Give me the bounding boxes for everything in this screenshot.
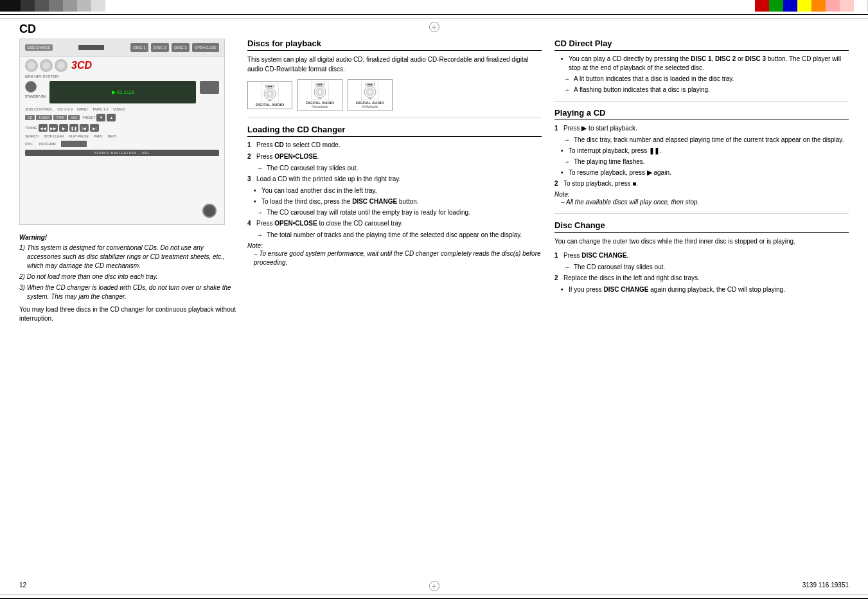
cd-logo-3: COMPACT disc DIGITAL AUDIO ReWritable xyxy=(348,79,393,111)
preset-minus-btn[interactable]: ▼ xyxy=(96,114,105,121)
loading-bullet-2-text: To load the third disc, press the DISC C… xyxy=(261,197,419,206)
bullet-sym-1: • xyxy=(254,186,259,195)
direct-play-arrow-1: → A lit button indicates that a disc is … xyxy=(563,75,849,84)
playing-a-cd-section: Playing a CD 1 Press ▶ to start playback… xyxy=(554,108,849,207)
disc3-btn[interactable]: DISC 3 xyxy=(172,43,190,52)
bar-spacer xyxy=(141,0,755,12)
rew-btn[interactable]: ◀◀ xyxy=(39,124,48,132)
bar-seg-r8 xyxy=(854,0,868,12)
bar-seg-r1 xyxy=(755,0,769,12)
playing-bullet-1: • To interrupt playback, press ❚❚. xyxy=(561,147,849,155)
step-content-1: Press CD to select CD mode. xyxy=(256,141,542,150)
step-content-3: Load a CD with the printed side up in th… xyxy=(256,175,542,184)
disc-change-btn[interactable]: DISC CHANGE xyxy=(25,44,53,51)
top-color-bar xyxy=(0,0,868,12)
discs-for-playback-section: Discs for playback This system can play … xyxy=(247,39,542,111)
right-icons xyxy=(200,81,219,103)
disc-change-arrow-sym-1: → xyxy=(563,263,571,272)
skip-back-btn[interactable]: |◀ xyxy=(80,124,89,132)
play-btn[interactable]: ▶ xyxy=(59,124,68,132)
disc-change-step-2: 2 Replace the discs in the left and righ… xyxy=(554,274,849,283)
preset-plus-btn[interactable]: ▲ xyxy=(107,114,116,121)
loading-bullet-1: • You can load another disc in the left … xyxy=(254,186,542,195)
disc-slot xyxy=(78,45,104,50)
cd-direct-play-section: CD Direct Play • You can play a CD direc… xyxy=(554,39,849,94)
bar-seg-2 xyxy=(21,0,35,12)
pause-btn[interactable]: ❚❚ xyxy=(69,124,78,132)
cd-mode-btn[interactable]: CD xyxy=(25,115,35,120)
open-close-btn[interactable]: OPEN•CLOSE xyxy=(192,43,219,52)
loading-bullet-2: • To load the third disc, press the DISC… xyxy=(254,197,542,206)
search-label: SEARCH xyxy=(25,134,39,138)
main-content: CD DISC CHANGE DISC 1 DISC 2 DISC 3 OPEN… xyxy=(19,22,849,591)
warning-section: Warning! 1) This system is designed for … xyxy=(19,230,238,323)
band-label: BAND xyxy=(77,107,88,111)
next-label: NEXT xyxy=(107,134,116,138)
loading-arrow-3-text: The total number of tracks and the playi… xyxy=(267,231,522,240)
bar-seg-r6 xyxy=(826,0,840,12)
playing-note-title: Note: xyxy=(554,191,849,198)
bar-seg-4 xyxy=(49,0,63,12)
display-text: ▶ 01 1:23 xyxy=(112,89,134,95)
direct-arrow-sym-2: → xyxy=(563,85,571,94)
mode-btns: CD TUNER TAPE AUX xyxy=(25,115,80,120)
volume-knob[interactable] xyxy=(202,204,217,218)
disc-change-bullet-1: • If you press DISC CHANGE again during … xyxy=(561,285,849,294)
tuner-row: JOG CONTROL CD 1·2·3 BAND TAPE 1·2 VIDEO xyxy=(20,106,224,112)
bottom-bar-spacer xyxy=(0,601,868,613)
bar-seg-3 xyxy=(35,0,49,12)
playing-arrow-1: → The disc tray, track number and elapse… xyxy=(563,136,849,145)
tape-mode-btn[interactable]: TAPE xyxy=(53,115,67,120)
bar-seg-5 xyxy=(63,0,77,12)
preset-group: PRESET ▼ ▲ xyxy=(82,114,116,121)
ff-btn[interactable]: ▶▶ xyxy=(49,124,58,132)
right-content: Discs for playback This system can play … xyxy=(247,39,849,591)
device-middle: STANDBY-ON ▶ 01 1:23 xyxy=(20,78,224,106)
playing-a-cd-title: Playing a CD xyxy=(554,108,849,120)
skip-fwd-btn[interactable]: ▶| xyxy=(90,124,99,132)
bullet-sym-2: • xyxy=(254,197,259,206)
three-cd-logo: 3CD xyxy=(71,60,92,71)
aux-mode-btn[interactable]: AUX xyxy=(68,115,80,120)
cd-logo-2-inner: COMPACT disc xyxy=(311,82,329,100)
disc1-btn[interactable]: DISC 1 xyxy=(130,43,148,52)
loading-arrow-1: → The CD carousel tray slides out. xyxy=(256,164,542,173)
bar-seg-r3 xyxy=(783,0,797,12)
loading-bullet-1-text: You can load another disc in the left tr… xyxy=(261,186,377,195)
step-num-1: 1 xyxy=(247,141,254,150)
direct-play-arrow-2: → A flashing button indicates that a dis… xyxy=(563,85,849,94)
device-illustration: DISC CHANGE DISC 1 DISC 2 DISC 3 OPEN•CL… xyxy=(19,39,225,225)
cd-svg-2: COMPACT disc xyxy=(311,82,329,100)
cd-icon-group xyxy=(25,59,67,72)
bar-seg-r2 xyxy=(769,0,783,12)
step-content-4: Press OPEN•CLOSE to close the CD carouse… xyxy=(256,219,542,228)
svg-point-16 xyxy=(369,91,371,93)
disc-change-step-1: 1 Press DISC CHANGE. xyxy=(554,251,849,260)
mode-buttons-row: CD TUNER TAPE AUX PRESET ▼ ▲ xyxy=(20,112,224,123)
disc-change-arrow-1-text: The CD carousel tray slides out. xyxy=(574,263,665,272)
disc2-btn[interactable]: DISC 2 xyxy=(151,43,169,52)
function-row: SEARCH STOP·CLEAR PLAY·PAUSE PREV NEXT xyxy=(20,133,224,139)
divider-1 xyxy=(247,118,542,118)
bar-seg-6 xyxy=(77,0,91,12)
playing-note-text: – All the available discs will play once… xyxy=(554,198,849,207)
tuner-mode-btn[interactable]: TUNER xyxy=(36,115,52,120)
disc-slot-area xyxy=(55,45,128,50)
disc-change-intro: You can change the outer two discs while… xyxy=(554,236,849,246)
cd-disc-icon-3 xyxy=(55,59,67,72)
cd-logos-row: COMPACT disc DIGITAL AUDIO xyxy=(247,79,542,111)
cd-logo-2-subtext: Recordable xyxy=(312,105,328,109)
direct-arrow-sym-1: → xyxy=(563,75,571,84)
bottom-rule2 xyxy=(0,594,868,595)
disc-change-arrow-1: → The CD carousel tray slides out. xyxy=(563,263,849,272)
prog-label: PROGRAM xyxy=(39,142,56,146)
right-col-right: CD Direct Play • You can play a CD direc… xyxy=(554,39,849,296)
top-right-segments xyxy=(755,0,868,12)
disc-change-bullet-1-text: If you press DISC CHANGE again during pl… xyxy=(569,285,785,294)
playing-step-num-1: 1 xyxy=(554,124,561,133)
disc-change-step-content-1: Press DISC CHANGE. xyxy=(563,251,849,260)
slider-control[interactable] xyxy=(61,141,87,147)
standby-btn[interactable] xyxy=(25,81,37,93)
standby-area: STANDBY-ON xyxy=(25,81,46,103)
bar-seg-1 xyxy=(0,0,21,12)
